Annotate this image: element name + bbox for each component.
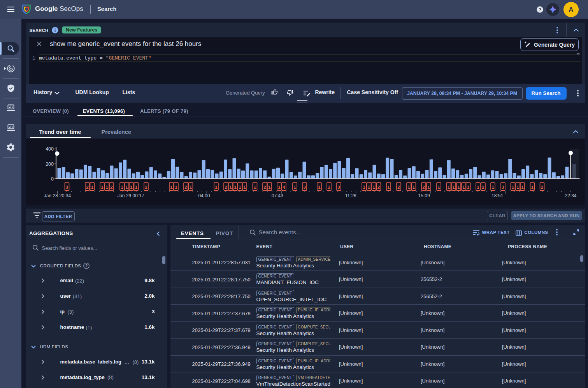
svg-text:1: 1	[516, 184, 519, 189]
svg-text:1: 1	[278, 184, 281, 189]
svg-text:2: 2	[482, 184, 484, 189]
svg-text:1: 1	[253, 184, 256, 189]
svg-text:2: 2	[397, 184, 400, 189]
svg-text:2: 2	[377, 184, 379, 189]
svg-text:1: 1	[363, 184, 365, 189]
svg-text:22:34: 22:34	[565, 193, 576, 198]
svg-text:1: 1	[372, 184, 375, 189]
svg-text:18:51: 18:51	[491, 193, 503, 198]
svg-text:1: 1	[215, 184, 218, 189]
svg-text:1: 1	[105, 184, 108, 189]
svg-text:1: 1	[125, 184, 128, 189]
svg-text:1: 1	[447, 184, 450, 189]
svg-text:1: 1	[318, 184, 321, 189]
svg-text:3: 3	[337, 184, 340, 189]
svg-text:1: 1	[452, 184, 455, 189]
svg-text:2: 2	[86, 184, 88, 189]
svg-text:2: 2	[184, 184, 187, 189]
svg-text:0: 0	[51, 176, 54, 181]
svg-text:400: 400	[46, 146, 54, 152]
svg-text:3: 3	[502, 184, 504, 189]
svg-text:11:26: 11:26	[345, 193, 356, 198]
svg-text:2: 2	[541, 184, 543, 189]
svg-text:07:43: 07:43	[271, 193, 283, 198]
svg-text:1: 1	[101, 184, 104, 189]
svg-text:1: 1	[531, 184, 534, 189]
svg-text:1: 1	[189, 184, 192, 189]
svg-text:?: ?	[539, 7, 541, 12]
svg-text:4: 4	[283, 184, 285, 189]
svg-text:1: 1	[457, 184, 460, 189]
svg-text:2: 2	[225, 184, 227, 189]
svg-text:3: 3	[65, 184, 68, 189]
svg-text:Jan 29 00:17: Jan 29 00:17	[117, 193, 144, 198]
svg-text:1: 1	[135, 184, 137, 189]
svg-text:1: 1	[367, 184, 370, 189]
svg-text:1: 1	[121, 184, 123, 189]
svg-text:1: 1	[407, 184, 410, 189]
svg-text:3: 3	[303, 184, 305, 189]
svg-text:1: 1	[462, 184, 465, 189]
svg-text:1: 1	[437, 184, 440, 189]
svg-text:1: 1	[412, 184, 415, 189]
svg-text:Jan 28 20:34: Jan 28 20:34	[44, 193, 71, 198]
svg-text:1: 1	[521, 184, 524, 189]
svg-text:1: 1	[234, 184, 237, 189]
svg-text:200: 200	[46, 161, 54, 167]
svg-text:2: 2	[110, 184, 112, 189]
svg-text:1: 1	[175, 184, 177, 189]
svg-text:1: 1	[387, 184, 390, 189]
svg-text:1: 1	[229, 184, 232, 189]
svg-text:1: 1	[91, 184, 93, 189]
svg-text:1: 1	[239, 184, 241, 189]
svg-text:1: 1	[427, 184, 430, 189]
svg-text:1: 1	[491, 184, 494, 189]
svg-text:2: 2	[263, 184, 266, 189]
svg-text:2: 2	[145, 184, 147, 189]
svg-text:1: 1	[328, 184, 330, 189]
svg-text:1: 1	[243, 184, 246, 189]
svg-text:?: ?	[85, 263, 87, 268]
svg-text:1: 1	[130, 184, 133, 189]
svg-text:1: 1	[477, 184, 479, 189]
svg-text:04:00: 04:00	[198, 193, 210, 198]
svg-text:1: 1	[467, 184, 469, 189]
svg-text:1: 1	[170, 184, 173, 189]
svg-text:2: 2	[422, 184, 425, 189]
svg-text:1: 1	[293, 184, 296, 189]
svg-text:1: 1	[268, 184, 271, 189]
svg-text:15:09: 15:09	[418, 193, 430, 198]
svg-text:1: 1	[511, 184, 514, 189]
